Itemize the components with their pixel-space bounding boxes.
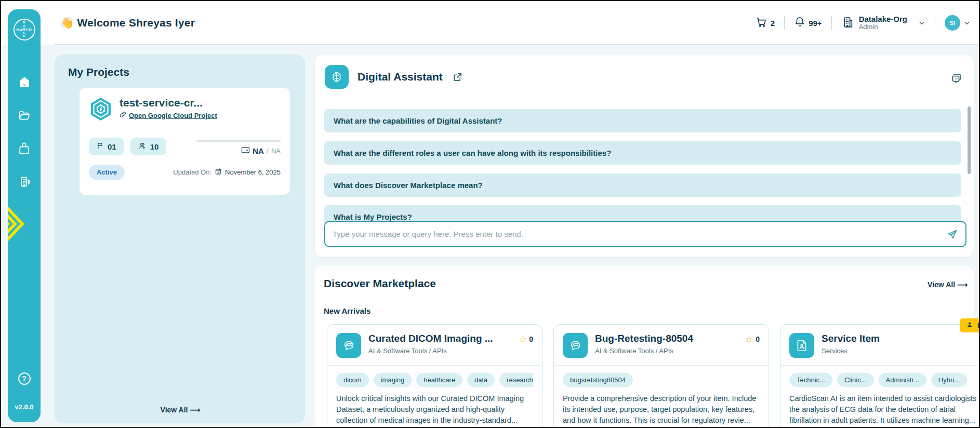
item-tag: data [467, 373, 495, 387]
notifications-button[interactable]: 99+ [794, 16, 822, 30]
org-selector[interactable]: Datalake-Org Admin [841, 15, 925, 31]
item-title: Bug-Retesting-80504 [595, 333, 738, 344]
open-google-cloud-project-link[interactable]: Open Google Cloud Project [120, 111, 217, 119]
assistant-title: Digital Assistant [357, 71, 443, 83]
user-menu[interactable]: SI [945, 15, 971, 31]
cart-count: 2 [771, 19, 775, 28]
item-tag: bugsretsting80504 [563, 373, 633, 387]
help-button[interactable]: ? [18, 372, 31, 385]
projects-view-all-link[interactable]: View All ⟶ [55, 406, 305, 414]
credits-total: NA [271, 147, 281, 155]
credits-progress-bar [196, 140, 281, 142]
marketplace-card[interactable]: Bug-Retesting-80504 AI & Software Tools … [553, 324, 769, 428]
status-badge: Active [89, 165, 125, 180]
avatar: SI [945, 15, 960, 31]
top-right-cluster: 2 99+ Datalake-Org Admin [756, 1, 971, 45]
header-divider [55, 44, 979, 45]
discover-marketplace-panel: Discover Marketplace View All ⟶ New Arri… [315, 266, 974, 428]
flag-count-badge: 01 [89, 138, 124, 155]
project-hexagon-icon [89, 97, 113, 122]
chat-input-wrap [324, 221, 966, 247]
decorative-chevrons [8, 190, 37, 258]
help-icon: ? [22, 374, 27, 383]
card-divider [88, 129, 282, 129]
bell-icon [794, 16, 805, 30]
card-divider [327, 365, 542, 366]
sidebar-item-organization[interactable] [17, 176, 32, 190]
project-card[interactable]: test-service-cr... Open Google Cloud Pro… [80, 88, 290, 195]
marketplace-cards-row: Curated DICOM Imaging ... AI & Software … [327, 324, 980, 428]
item-tag: Technic... [789, 373, 832, 387]
cart-icon [756, 16, 767, 30]
building-icon [841, 16, 854, 31]
arrow-right-icon: ⟶ [957, 280, 966, 289]
card-divider [780, 365, 980, 366]
suggested-question[interactable]: What are the capabilities of Digital Ass… [324, 109, 961, 132]
scrollbar-thumb[interactable] [968, 106, 971, 174]
marketplace-bag-icon [18, 142, 31, 157]
project-name: test-service-cr... [120, 97, 217, 109]
divider [935, 16, 935, 30]
bayer-logo-horizontal-text: BAYER [15, 28, 34, 32]
org-name: Datalake-Org [859, 15, 907, 23]
item-tag: healthcare [416, 373, 462, 387]
new-arrivals-heading: New Arrivals [324, 306, 370, 315]
cart-button[interactable]: 2 [756, 16, 775, 30]
item-rating: ☆ 0 [745, 333, 760, 358]
chat-history-icon[interactable] [950, 72, 962, 87]
top-bar: 👋 Welcome Shreyas Iyer 2 99+ [1, 1, 979, 45]
app-version: v2.0.0 [8, 403, 41, 411]
item-tag: Clinic... [837, 373, 874, 387]
suggested-question[interactable]: What are the different roles a user can … [324, 141, 961, 165]
chat-message-input[interactable] [333, 230, 947, 238]
sidebar: B A Y E R BAYER [8, 9, 41, 422]
organization-icon [18, 175, 31, 191]
item-title: Curated DICOM Imaging ... [368, 333, 511, 344]
item-tag: research [499, 373, 533, 387]
item-title: Service Item [822, 333, 980, 344]
credits-block: NA / NA [196, 140, 281, 155]
user-count-badge: 10 [130, 138, 167, 155]
sidebar-nav [8, 76, 41, 190]
marketplace-view-all-link[interactable]: View All ⟶ [928, 280, 966, 289]
item-category: AI & Software Tools / APIs [368, 347, 511, 355]
person-icon [966, 321, 973, 330]
app-window: 👋 Welcome Shreyas Iyer 2 99+ [0, 0, 980, 428]
arrow-right-icon: ⟶ [190, 406, 199, 414]
sidebar-item-marketplace[interactable] [17, 142, 32, 157]
updated-on: Updated On: November 6, 2025 [173, 168, 281, 177]
bayer-logo[interactable]: B A Y E R BAYER [14, 19, 35, 41]
individual-badge: Individual [960, 318, 980, 332]
item-category: Services [822, 347, 980, 355]
calendar-icon [215, 168, 222, 177]
my-projects-panel: My Projects test-service-cr... [55, 55, 305, 423]
star-icon: ☆ [519, 335, 526, 344]
chevron-down-icon [918, 19, 925, 26]
my-projects-title: My Projects [68, 66, 129, 78]
item-tag: Administr... [879, 373, 926, 387]
projects-folder-icon [18, 109, 31, 124]
item-category: AI & Software Tools / APIs [595, 347, 738, 355]
home-icon [18, 75, 31, 91]
chevron-down-icon [963, 19, 971, 26]
flag-icon [97, 142, 104, 151]
wallet-icon [241, 146, 250, 155]
send-icon[interactable] [947, 229, 958, 240]
welcome-heading: 👋 Welcome Shreyas Iyer [60, 17, 195, 29]
marketplace-card[interactable]: Individual Service Item Services Technic… [780, 324, 980, 428]
item-tag: Hybri... [931, 373, 967, 387]
sidebar-item-projects[interactable] [17, 109, 32, 124]
divider [784, 16, 785, 30]
item-rating: ☆ 0 [519, 333, 533, 358]
credits-used: NA [253, 146, 264, 155]
marketplace-card[interactable]: Curated DICOM Imaging ... AI & Software … [327, 324, 542, 428]
item-description: CardioScan AI is an item intended to ass… [789, 393, 980, 426]
org-role: Admin [859, 23, 907, 31]
suggested-question[interactable]: What does Discover Marketplace mean? [324, 173, 961, 197]
item-description: Provide a comprehensive description of y… [563, 393, 760, 426]
ai-brain-icon [336, 333, 361, 358]
sidebar-item-home[interactable] [17, 76, 32, 90]
assistant-brain-icon [325, 65, 349, 89]
external-link-icon[interactable] [453, 72, 462, 82]
ai-brain-icon [563, 333, 588, 358]
